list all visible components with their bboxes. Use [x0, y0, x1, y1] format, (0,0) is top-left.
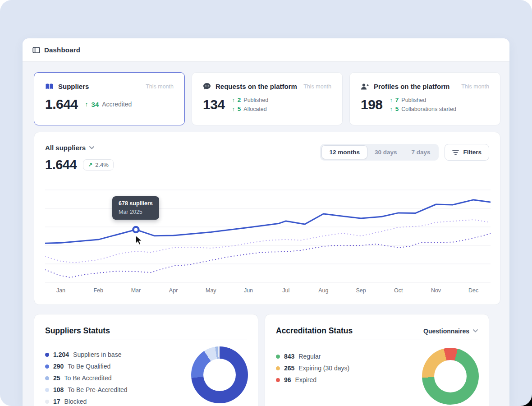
- stat-card-profiles[interactable]: Profiles on the platform This month 198 …: [349, 72, 500, 125]
- delta-value: 2: [238, 97, 241, 103]
- divider: [45, 340, 247, 340]
- range-button-30-days[interactable]: 30 days: [367, 145, 404, 159]
- stat-card-title: Requests on the platform: [216, 83, 297, 90]
- legend-dot: [45, 353, 49, 357]
- range-button-7-days[interactable]: 7 days: [404, 145, 437, 159]
- stat-card-title: Suppliers: [58, 83, 89, 90]
- legend-value: 96: [284, 376, 291, 383]
- filters-button[interactable]: Filters: [445, 144, 489, 161]
- page-title: Dashboard: [44, 46, 80, 54]
- x-axis-label: Jul: [274, 287, 298, 294]
- x-axis-label: Oct: [387, 287, 410, 294]
- legend-item: 96 Expired: [276, 374, 349, 386]
- chevron-down-icon: [89, 146, 94, 149]
- x-axis-label: May: [199, 287, 223, 294]
- arrow-up-icon: ↑: [85, 101, 88, 108]
- suppliers-dropdown[interactable]: All suppliers: [45, 144, 94, 152]
- book-icon: [45, 83, 54, 90]
- legend-dot: [45, 388, 49, 392]
- suppliers-dropdown-label: All suppliers: [45, 144, 86, 152]
- legend-label: To Be Pre-Accredited: [68, 386, 127, 393]
- legend-label: Expiring (30 days): [298, 364, 349, 372]
- legend-value: 290: [53, 363, 64, 370]
- legend-dot: [276, 378, 280, 382]
- x-axis-label: Feb: [87, 287, 110, 294]
- questionnaires-dropdown[interactable]: Questionnaires: [423, 328, 478, 335]
- accreditation-status-donut-chart: [422, 348, 479, 405]
- legend-value: 265: [284, 364, 294, 372]
- mouse-cursor: [134, 235, 144, 247]
- legend-dot: [45, 400, 49, 404]
- delta-value: 34: [92, 101, 99, 108]
- growth-value: 2.4%: [95, 161, 109, 168]
- x-axis-label: Jan: [49, 287, 73, 294]
- suppliers-status-card: Suppliers Statuts 1.204 Suppliers in bas…: [34, 314, 258, 406]
- arrow-up-icon: ↑: [232, 97, 235, 103]
- card-title: Accreditation Status: [276, 326, 353, 336]
- delta-value: 7: [395, 97, 399, 103]
- chart-series-comparison-a: [45, 220, 491, 263]
- delta-value: 5: [395, 106, 399, 112]
- person-add-icon: [361, 83, 369, 90]
- legend-value: 25: [53, 374, 60, 382]
- questionnaires-dropdown-label: Questionnaires: [423, 328, 469, 335]
- window-header: Dashboard: [23, 38, 509, 62]
- legend-item: 290 To Be Qualified: [45, 360, 128, 372]
- range-segmented-control: 12 months 30 days 7 days: [320, 144, 439, 161]
- legend-value: 17: [53, 398, 60, 405]
- stat-card-title: Profiles on the platform: [374, 83, 449, 90]
- legend-dot: [276, 366, 280, 370]
- stat-card-suppliers[interactable]: Suppliers This month 1.644 ↑ 34 Accredit…: [34, 72, 185, 125]
- x-axis-label: Nov: [424, 287, 448, 294]
- legend-label: To Be Accredited: [64, 374, 112, 382]
- x-axis-labels: JanFebMarAprMayJunJulAugSepOctNovDec: [45, 287, 491, 295]
- accreditation-status-legend: 843 Regular 265 Expiring (30 days) 96 Ex…: [276, 351, 349, 386]
- delta-label: Allocated: [243, 106, 266, 112]
- legend-label: Expired: [295, 376, 316, 383]
- stat-card-requests[interactable]: Requests on the platform This month 134 …: [192, 72, 343, 125]
- chart-total-value: 1.644: [45, 157, 77, 172]
- x-axis-label: Aug: [312, 287, 335, 294]
- legend-item: 108 To Be Pre-Accredited: [45, 384, 128, 396]
- legend-label: Regular: [298, 353, 321, 360]
- arrow-up-icon: ↑: [232, 106, 235, 112]
- arrow-up-right-icon: ↗: [88, 162, 92, 168]
- stat-card-period: This month: [461, 83, 489, 90]
- legend-value: 843: [284, 353, 294, 360]
- legend-label: Blocked: [64, 398, 87, 405]
- screenshot-stage: Dashboard Suppliers This month 1.644 ↑ 3…: [0, 0, 532, 406]
- x-axis-label: Dec: [462, 287, 485, 294]
- legend-item: 1.204 Suppliers in base: [45, 349, 128, 360]
- layout-panel-icon: [32, 46, 40, 54]
- chat-bubble-icon: [203, 83, 211, 90]
- delta-value: 5: [238, 106, 241, 112]
- range-button-12-months[interactable]: 12 months: [321, 145, 367, 159]
- donut-hole: [203, 359, 236, 391]
- stat-card-value: 1.644: [45, 97, 78, 112]
- x-axis-label: Apr: [162, 287, 185, 294]
- legend-item: 265 Expiring (30 days): [276, 362, 349, 374]
- stat-card-period: This month: [303, 83, 331, 90]
- legend-dot: [276, 355, 280, 359]
- suppliers-status-donut-chart: [191, 346, 248, 403]
- legend-dot: [45, 376, 49, 380]
- divider: [276, 340, 478, 340]
- chevron-down-icon: [473, 329, 478, 332]
- suppliers-status-legend: 1.204 Suppliers in base 290 To Be Qualif…: [45, 349, 128, 406]
- legend-item: 25 To Be Accredited: [45, 372, 128, 384]
- x-axis-label: Sep: [349, 287, 373, 294]
- suppliers-chart-panel: All suppliers 1.644 ↗ 2.4% 12 months 30 …: [34, 132, 500, 305]
- stat-card-period: This month: [146, 83, 174, 90]
- card-title: Suppliers Statuts: [45, 326, 110, 336]
- delta-label: Published: [243, 97, 268, 103]
- legend-label: To Be Qualified: [68, 363, 110, 370]
- accreditation-status-card: Accreditation Status Questionnaires 843 …: [265, 314, 489, 406]
- growth-badge: ↗ 2.4%: [83, 159, 114, 171]
- delta-label: Published: [401, 97, 426, 103]
- legend-dot: [45, 364, 49, 369]
- filters-label: Filters: [463, 149, 482, 156]
- x-axis-label: Jun: [237, 287, 260, 294]
- stat-card-value: 198: [361, 97, 383, 112]
- x-axis-label: Mar: [124, 287, 147, 294]
- legend-item: 843 Regular: [276, 351, 349, 362]
